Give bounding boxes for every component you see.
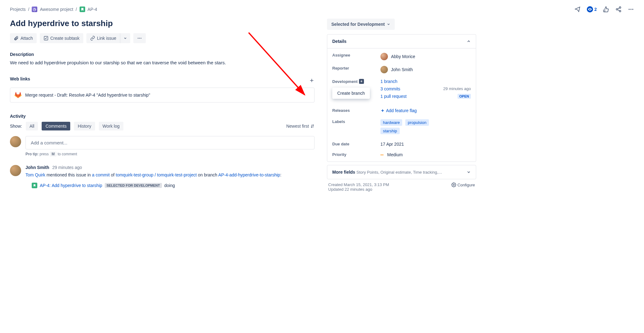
tab-comments[interactable]: Comments xyxy=(42,122,70,130)
story-icon xyxy=(80,7,85,12)
label-tag[interactable]: hardware xyxy=(380,119,402,126)
svg-point-7 xyxy=(138,38,139,39)
repo-link[interactable]: tomquirk-test-group / tomquirk-test-proj… xyxy=(116,172,197,177)
configure-link[interactable]: Configure xyxy=(451,182,475,187)
activity-show-label: Show: xyxy=(10,124,22,129)
gear-icon xyxy=(451,182,456,187)
details-panel-toggle[interactable]: Details xyxy=(327,34,476,48)
story-icon xyxy=(32,183,37,188)
priority-value[interactable]: ═ Medium xyxy=(380,152,471,157)
more-icon[interactable] xyxy=(628,6,634,12)
share-icon[interactable] xyxy=(615,6,622,12)
chevron-up-icon xyxy=(467,39,471,43)
priority-label: Priority xyxy=(332,152,380,157)
issue-title[interactable]: Add hyperdrive to starship xyxy=(10,19,315,28)
description-label: Description xyxy=(10,52,315,57)
dev-branch-link[interactable]: 1 branch xyxy=(380,79,397,84)
svg-point-8 xyxy=(139,38,140,39)
assignee-label: Assignee xyxy=(332,53,380,57)
create-subtask-button[interactable]: Create subtask xyxy=(40,33,83,43)
labels-label: Labels xyxy=(332,119,380,124)
activity-label: Activity xyxy=(10,114,315,119)
comment-time[interactable]: 29 minutes ago xyxy=(52,165,82,170)
status-lozenge: SELECTED FOR DEVELOPMENT xyxy=(105,183,162,188)
svg-point-2 xyxy=(619,10,621,12)
reporter-value[interactable]: John Smith xyxy=(380,66,471,73)
more-actions-button[interactable] xyxy=(133,33,146,43)
add-feature-flag-link[interactable]: Add feature flag xyxy=(380,108,417,113)
status-dropdown[interactable]: Selected for Development xyxy=(327,19,395,30)
avatar xyxy=(10,165,21,176)
due-date-label: Due date xyxy=(332,142,380,146)
create-branch-popover[interactable]: Create branch xyxy=(332,88,370,99)
feedback-icon[interactable] xyxy=(574,6,581,12)
weblink-item[interactable]: Merge request - Draft: Resolve AP-4 "Add… xyxy=(10,88,315,103)
commit-link[interactable]: a commit xyxy=(92,172,110,177)
watchers-button[interactable]: 2 xyxy=(587,6,597,12)
breadcrumb-project[interactable]: Awesome project xyxy=(40,7,73,12)
releases-label: Releases xyxy=(332,108,380,113)
branch-link[interactable]: AP-4-add-hyperdrive-to-starship xyxy=(218,172,280,177)
project-icon: ◷ xyxy=(32,7,37,12)
breadcrumb-issue[interactable]: AP-4 xyxy=(88,7,97,12)
svg-point-4 xyxy=(630,9,631,10)
created-timestamp: Created March 15, 2021, 3:13 PM xyxy=(328,182,389,187)
avatar xyxy=(380,66,388,73)
avatar xyxy=(380,53,388,60)
add-weblink-icon[interactable] xyxy=(309,78,315,83)
sort-toggle[interactable]: Newest first xyxy=(286,124,315,129)
svg-point-9 xyxy=(140,38,141,39)
avatar xyxy=(10,136,21,147)
svg-point-3 xyxy=(629,9,630,10)
comment-author[interactable]: John Smith xyxy=(25,165,49,170)
updated-timestamp: Updated 22 minutes ago xyxy=(328,187,389,192)
like-icon[interactable] xyxy=(603,6,609,12)
labels-value[interactable]: hardware propulsion starship xyxy=(380,119,471,136)
comment-input[interactable]: Add a comment... xyxy=(25,136,315,149)
due-date-value[interactable]: 17 Apr 2021 xyxy=(380,142,471,147)
reporter-label: Reporter xyxy=(332,66,380,71)
tab-all[interactable]: All xyxy=(26,122,38,130)
protip-text: Pro tip: press M to comment xyxy=(25,152,315,156)
svg-point-5 xyxy=(632,9,633,10)
development-add-icon[interactable]: + xyxy=(359,79,364,84)
more-fields-toggle[interactable]: More fields Story Points, Original estim… xyxy=(327,165,476,179)
description-text[interactable]: We need to add hyperdrive propulsion to … xyxy=(10,60,315,65)
tab-history[interactable]: History xyxy=(74,122,95,130)
tab-worklog[interactable]: Work log xyxy=(99,122,123,130)
breadcrumb-projects[interactable]: Projects xyxy=(10,7,26,12)
issue-ref-link[interactable]: AP-4: Add hyperdrive to starship xyxy=(40,183,102,188)
label-tag[interactable]: starship xyxy=(380,128,400,134)
eye-icon xyxy=(587,6,593,12)
assignee-value[interactable]: Abby Morice xyxy=(380,53,471,60)
attach-button[interactable]: Attach xyxy=(10,33,37,43)
development-label: Development xyxy=(332,79,358,84)
label-tag[interactable]: propulsion xyxy=(405,119,429,126)
comment-text: Tom Quirk mentioned this issue in a comm… xyxy=(25,172,315,178)
gitlab-icon xyxy=(15,92,21,98)
breadcrumb: Projects / ◷ Awesome project / AP-4 xyxy=(10,7,97,12)
weblinks-label: Web links xyxy=(10,76,30,81)
link-issue-button[interactable]: Link issue xyxy=(86,33,120,43)
svg-point-0 xyxy=(619,7,621,8)
svg-point-1 xyxy=(616,9,618,10)
link-issue-caret[interactable] xyxy=(120,33,130,43)
chevron-down-icon xyxy=(467,170,471,174)
user-link[interactable]: Tom Quirk xyxy=(25,172,45,177)
priority-medium-icon: ═ xyxy=(380,152,384,157)
svg-point-10 xyxy=(453,184,454,185)
